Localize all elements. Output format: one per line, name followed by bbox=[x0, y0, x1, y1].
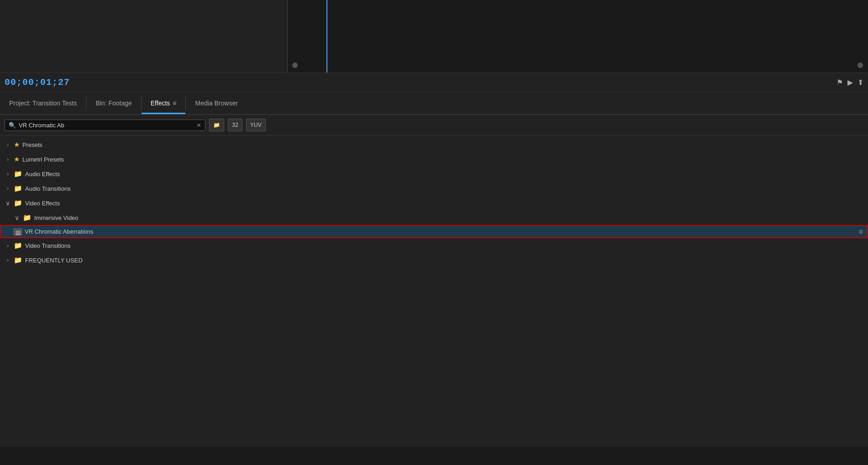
tree-item-vr-chromatic-aberrations[interactable]: ▦ VR Chromatic Aberrations ⚙ bbox=[0, 225, 868, 238]
timeline-left-panel bbox=[0, 0, 288, 73]
vr-chromatic-label: VR Chromatic Aberrations bbox=[25, 228, 856, 235]
search-clear-button[interactable]: ✕ bbox=[196, 122, 201, 129]
chevron-frequently-used: › bbox=[5, 257, 11, 263]
tree-item-lumetri-presets[interactable]: › ★ Lumetri Presets bbox=[0, 152, 868, 167]
effect-icon-vr-chromatic: ▦ bbox=[14, 229, 22, 235]
presets-label: Presets bbox=[22, 141, 863, 148]
folder-star-icon-presets: ★ bbox=[14, 141, 20, 149]
effects-tree: › ★ Presets › ★ Lumetri Presets › 📁 Audi… bbox=[0, 136, 868, 465]
tab-media-browser[interactable]: Media Browser bbox=[186, 92, 247, 114]
chevron-presets: › bbox=[5, 142, 11, 147]
chevron-video-effects: ∨ bbox=[5, 199, 11, 207]
tree-list: › ★ Presets › ★ Lumetri Presets › 📁 Audi… bbox=[0, 136, 868, 269]
tree-item-immersive-video[interactable]: ∨ 📁 Immersive Video bbox=[0, 210, 868, 225]
new-bin-icon: 📁 bbox=[213, 122, 220, 128]
folder-icon-video-effects: 📁 bbox=[14, 199, 22, 207]
panel-content: 🔍 ✕ 📁 32 YUV › ★ Presets › ★ Lum bbox=[0, 115, 868, 447]
play-to-out-icon[interactable]: ▶ bbox=[847, 78, 853, 87]
vr-chromatic-badge: ⚙ bbox=[858, 229, 863, 235]
search-bar: 🔍 ✕ 📁 32 YUV bbox=[0, 115, 868, 136]
tree-item-presets[interactable]: › ★ Presets bbox=[0, 137, 868, 152]
video-transitions-label: Video Transitions bbox=[25, 242, 863, 249]
playhead[interactable] bbox=[326, 0, 327, 73]
32bit-button[interactable]: 32 bbox=[228, 119, 242, 131]
tab-project[interactable]: Project: Transition Tests bbox=[0, 92, 86, 114]
tab-bin-label: Bin: Footage bbox=[95, 99, 132, 107]
video-effects-label: Video Effects bbox=[25, 200, 863, 207]
new-custom-bin-button[interactable]: 📁 bbox=[209, 119, 224, 131]
tab-project-label: Project: Transition Tests bbox=[9, 99, 77, 107]
timecode-controls: ⚑ ▶ ⬆ bbox=[836, 78, 863, 87]
search-icon: 🔍 bbox=[9, 122, 16, 129]
tree-item-audio-transitions[interactable]: › 📁 Audio Transitions bbox=[0, 181, 868, 196]
filter-icon[interactable]: ⚑ bbox=[836, 78, 843, 87]
folder-icon-audio-transitions: 📁 bbox=[14, 184, 22, 193]
tabs-bar: Project: Transition Tests Bin: Footage E… bbox=[0, 92, 868, 115]
chevron-video-transitions: › bbox=[5, 243, 11, 248]
search-input[interactable] bbox=[19, 122, 194, 129]
frequently-used-label: FREQUENTLY USED bbox=[25, 257, 863, 264]
search-input-wrapper[interactable]: 🔍 ✕ bbox=[5, 120, 205, 131]
tab-effects-label: Effects bbox=[151, 99, 170, 107]
effects-menu-icon[interactable]: ≡ bbox=[173, 99, 176, 107]
export-icon[interactable]: ⬆ bbox=[857, 78, 863, 87]
timeline-marker-right bbox=[857, 63, 863, 68]
folder-icon-audio-effects: 📁 bbox=[14, 170, 22, 178]
chevron-lumetri: › bbox=[5, 157, 11, 162]
audio-effects-label: Audio Effects bbox=[25, 171, 863, 178]
tree-item-video-effects[interactable]: ∨ 📁 Video Effects bbox=[0, 196, 868, 210]
tab-media-browser-label: Media Browser bbox=[195, 99, 237, 107]
timecode-bar: 00;00;01;27 ⚑ ▶ ⬆ bbox=[0, 73, 868, 92]
immersive-video-label: Immersive Video bbox=[34, 214, 863, 221]
folder-icon-frequently-used: 📁 bbox=[14, 256, 22, 264]
tree-item-video-transitions[interactable]: › 📁 Video Transitions bbox=[0, 238, 868, 253]
chevron-immersive-video: ∨ bbox=[14, 214, 20, 221]
tree-item-audio-effects[interactable]: › 📁 Audio Effects bbox=[0, 167, 868, 181]
timeline-right-panel bbox=[288, 0, 868, 73]
tab-effects[interactable]: Effects ≡ bbox=[142, 92, 186, 114]
audio-transitions-label: Audio Transitions bbox=[25, 185, 863, 192]
lumetri-presets-label: Lumetri Presets bbox=[22, 156, 863, 163]
tree-item-frequently-used[interactable]: › 📁 FREQUENTLY USED bbox=[0, 253, 868, 267]
folder-star-icon-lumetri: ★ bbox=[14, 155, 20, 163]
yuv-label: YUV bbox=[250, 122, 262, 128]
folder-icon-immersive-video: 📁 bbox=[23, 214, 32, 222]
chevron-audio-effects: › bbox=[5, 171, 11, 177]
timeline-marker-left bbox=[292, 63, 298, 68]
32bit-label: 32 bbox=[232, 122, 238, 128]
folder-icon-video-transitions: 📁 bbox=[14, 241, 22, 250]
chevron-audio-transitions: › bbox=[5, 186, 11, 191]
timeline-area bbox=[0, 0, 868, 73]
tab-bin[interactable]: Bin: Footage bbox=[86, 92, 141, 114]
timecode-display: 00;00;01;27 bbox=[5, 77, 70, 88]
yuv-button[interactable]: YUV bbox=[246, 119, 266, 131]
